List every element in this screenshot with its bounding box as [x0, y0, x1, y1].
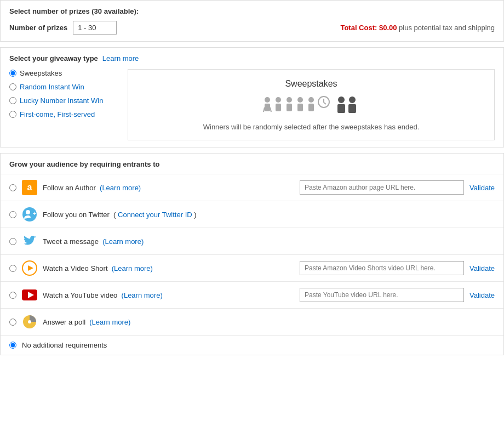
learn-more-tweet[interactable]: (Learn more) [102, 237, 144, 246]
giveaway-options: Sweepstakes Random Instant Win Lucky Num… [9, 69, 119, 140]
radio-watch-video-short[interactable] [9, 265, 16, 272]
radio-no-requirements[interactable] [9, 342, 16, 349]
label-watch-youtube: Watch a YouTube video (Learn more) [43, 291, 294, 299]
row-follow-twitter: + Follow you on Twitter ( Connect your T… [1, 201, 503, 228]
audience-section: Grow your audience by requiring entrants… [0, 153, 504, 355]
svg-point-26 [28, 320, 31, 323]
learn-more-poll[interactable]: (Learn more) [89, 318, 130, 326]
row-watch-video-short: Watch a Video Short (Learn more) Validat… [1, 254, 503, 281]
prizes-input[interactable] [73, 21, 117, 35]
svg-rect-9 [297, 104, 303, 111]
row-no-requirements: No additional requirements [1, 335, 503, 355]
svg-point-17 [349, 96, 356, 103]
amazon-icon: a [22, 180, 37, 195]
sweepstakes-illustration [262, 95, 360, 117]
row-watch-youtube: Watch a YouTube video (Learn more) Valid… [1, 281, 503, 308]
svg-point-10 [308, 97, 314, 103]
twitter-follow-icon: + [22, 207, 37, 222]
svg-rect-5 [276, 104, 281, 111]
label-answer-poll: Answer a poll (Learn more) [43, 318, 495, 326]
row-tweet-message: Tweet a message (Learn more) [1, 228, 503, 254]
giveaway-type-body: Sweepstakes Random Instant Win Lucky Num… [9, 69, 495, 140]
svg-line-14 [324, 103, 326, 104]
url-video-short[interactable] [300, 261, 464, 275]
giveaway-type-header: Select your giveaway type Learn more [9, 54, 495, 63]
svg-line-3 [270, 107, 271, 112]
connect-twitter[interactable]: Connect your Twitter ID [118, 211, 192, 219]
label-watch-video-short: Watch a Video Short (Learn more) [43, 264, 294, 272]
svg-rect-11 [308, 104, 314, 111]
svg-rect-18 [348, 104, 356, 113]
total-cost-sub: plus potential tax and shipping [399, 24, 495, 32]
svg-point-0 [265, 97, 270, 103]
svg-rect-7 [287, 104, 292, 111]
url-youtube[interactable] [300, 288, 464, 302]
learn-more-youtube[interactable]: (Learn more) [122, 291, 163, 299]
giveaway-type-title: Select your giveaway type [9, 54, 98, 63]
option-sweepstakes[interactable]: Sweepstakes [9, 69, 119, 77]
svg-text:+: + [33, 211, 36, 217]
validate-youtube[interactable]: Validate [469, 291, 495, 299]
total-cost-label: Total Cost: $0.00 [340, 24, 397, 32]
video-short-icon [22, 260, 37, 276]
radio-follow-twitter[interactable] [9, 211, 16, 218]
validate-video-short[interactable]: Validate [469, 264, 495, 272]
svg-rect-1 [265, 104, 270, 111]
radio-answer-poll[interactable] [9, 319, 16, 326]
row-follow-author: a Follow an Author (Learn more) Validate [1, 174, 503, 201]
preview-title: Sweepstakes [285, 79, 337, 89]
prizes-row: Number of prizes Total Cost: $0.00 plus … [9, 21, 495, 35]
twitter-bird-icon [22, 234, 37, 249]
label-no-requirements: No additional requirements [22, 341, 107, 349]
prizes-label: Number of prizes [9, 24, 67, 32]
url-follow-author[interactable] [300, 180, 464, 195]
learn-more-video-short[interactable]: (Learn more) [112, 264, 153, 272]
youtube-icon [22, 287, 37, 303]
validate-follow-author[interactable]: Validate [469, 184, 495, 192]
learn-more-follow-author[interactable]: (Learn more) [100, 184, 141, 192]
label-tweet-message: Tweet a message (Learn more) [43, 237, 495, 246]
audience-title: Grow your audience by requiring entrants… [1, 154, 503, 174]
preview-icons [262, 95, 360, 117]
giveaway-type-section: Select your giveaway type Learn more Swe… [0, 47, 504, 147]
prizes-left: Number of prizes [9, 21, 117, 35]
sweepstakes-preview: Sweepstakes [128, 69, 495, 140]
svg-point-6 [287, 97, 292, 103]
label-follow-twitter: Follow you on Twitter ( Connect your Twi… [43, 211, 495, 219]
svg-point-15 [338, 96, 345, 103]
poll-icon [22, 314, 37, 330]
svg-point-20 [26, 210, 30, 214]
giveaway-learn-more[interactable]: Learn more [102, 54, 139, 63]
svg-point-8 [297, 97, 303, 103]
svg-point-4 [276, 97, 281, 103]
option-lucky-number[interactable]: Lucky Number Instant Win [9, 96, 119, 105]
prizes-title: Select number of prizes (30 available): [9, 7, 495, 15]
svg-rect-16 [337, 104, 345, 113]
svg-marker-23 [28, 265, 33, 271]
prizes-section: Select number of prizes (30 available): … [0, 0, 504, 42]
radio-tweet-message[interactable] [9, 238, 16, 245]
svg-marker-24 [28, 292, 34, 298]
radio-follow-author[interactable] [9, 184, 16, 191]
preview-desc: Winners will be randomly selected after … [203, 123, 420, 131]
svg-line-2 [264, 107, 265, 112]
row-answer-poll: Answer a poll (Learn more) [1, 308, 503, 335]
radio-watch-youtube[interactable] [9, 292, 16, 299]
label-follow-author: Follow an Author (Learn more) [43, 184, 294, 192]
total-cost: Total Cost: $0.00 plus potential tax and… [340, 24, 495, 32]
option-first-come[interactable]: First-come, First-served [9, 110, 119, 118]
option-random-instant[interactable]: Random Instant Win [9, 83, 119, 91]
